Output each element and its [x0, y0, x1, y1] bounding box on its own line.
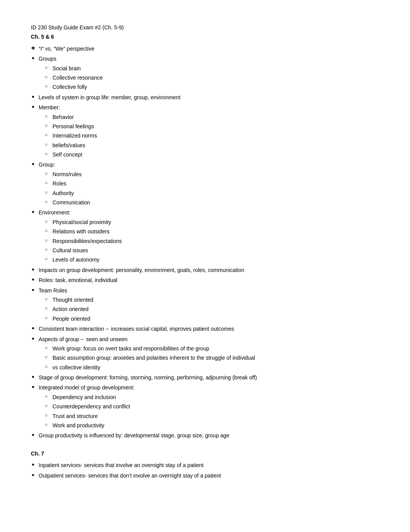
list-item: Social brain — [53, 64, 379, 73]
list-item-text: Groups — [39, 56, 56, 62]
list-item: GroupsSocial brainCollective resonanceCo… — [39, 54, 379, 92]
chapter-heading-0: Ch. 5 & 6 — [31, 32, 379, 41]
list-item-text: Group: — [39, 161, 55, 168]
list-item-text: “I” vs. “We” perspective — [39, 46, 94, 52]
chapter-heading-1: Ch. 7 — [31, 449, 379, 458]
list-item-text: Environment: — [39, 209, 70, 216]
list-item: Work and productivity — [53, 421, 379, 430]
sublist: Norms/rulesRolesAuthorityCommunication — [39, 170, 379, 207]
sublist: Work group: focus on overt tasks and res… — [39, 344, 379, 372]
list-item: Personal feelings — [53, 122, 379, 131]
list-item: vs collective identity — [53, 363, 379, 372]
list-item: Authority — [53, 189, 379, 197]
chapter-list-0: “I” vs. “We” perspectiveGroupsSocial bra… — [31, 44, 379, 440]
list-item: Work group: focus on overt tasks and res… — [53, 344, 379, 353]
list-item: Member:BehaviorPersonal feelingsInternal… — [39, 103, 379, 159]
chapter-list-1: Inpatient services- services that involv… — [31, 461, 379, 480]
list-item: Communication — [53, 198, 379, 207]
list-item: Responsibilities/expectations — [53, 237, 379, 245]
list-item: Collective resonance — [53, 73, 379, 82]
list-item: Basic assumption group: anxieties and po… — [53, 354, 379, 362]
list-item-text: Member: — [39, 104, 60, 110]
list-item-text: Inpatient services- services that involv… — [39, 462, 203, 468]
list-item: Inpatient services- services that involv… — [39, 461, 379, 469]
list-item: People oriented — [53, 314, 379, 323]
sublist: Social brainCollective resonanceCollecti… — [39, 64, 379, 92]
list-item: “I” vs. “We” perspective — [39, 44, 379, 53]
sublist: Dependency and inclusionCounterdependenc… — [39, 393, 379, 430]
list-item: Collective folly — [53, 83, 379, 91]
list-item: Aspects of group→ seen and unseenWork gr… — [39, 335, 379, 372]
list-item: Physical/social proximity — [53, 218, 379, 226]
list-item: Environment:Physical/social proximityRel… — [39, 208, 379, 264]
list-item: Action oriented — [53, 305, 379, 313]
list-item: Norms/rules — [53, 170, 379, 178]
list-item: Counterdependency and conflict — [53, 402, 379, 411]
sublist: Thought orientedAction orientedPeople or… — [39, 296, 379, 323]
list-item-text: Consistent team interaction→ increases s… — [39, 326, 234, 332]
list-item-text: Team Roles — [39, 287, 67, 294]
list-item: Outpatient services- services that don’t… — [39, 471, 379, 480]
list-item-text: Levels of system in group life: member, … — [39, 94, 180, 100]
list-item-text: Integrated model of group development: — [39, 384, 134, 391]
list-item: Levels of system in group life: member, … — [39, 93, 379, 102]
list-item-text: Roles: task, emotional, individual — [39, 277, 117, 283]
list-item: beliefs/values — [53, 141, 379, 150]
page-title: ID 230 Study Guide Exam #2 (Ch. 5-9) — [31, 23, 379, 32]
list-item: Team RolesThought orientedAction oriente… — [39, 286, 379, 323]
list-item: Thought oriented — [53, 296, 379, 304]
list-item-text: Outpatient services- services that don’t… — [39, 473, 221, 479]
list-item: Group:Norms/rulesRolesAuthorityCommunica… — [39, 160, 379, 207]
list-item: Relations with outsiders — [53, 227, 379, 236]
list-item: Roles — [53, 179, 379, 188]
list-item-text: Group productivity is influenced by: dev… — [39, 432, 229, 439]
list-item: Consistent team interaction→ increases s… — [39, 325, 379, 333]
list-item-text: Impacts on group development: personalit… — [39, 267, 244, 273]
sublist: Physical/social proximityRelations with … — [39, 218, 379, 264]
list-item: Integrated model of group development:De… — [39, 383, 379, 430]
list-item: Internalized norms — [53, 131, 379, 140]
list-item: Group productivity is influenced by: dev… — [39, 431, 379, 440]
list-item-text: Stage of group development: forming, sto… — [39, 374, 257, 381]
list-item: Dependency and inclusion — [53, 393, 379, 401]
chapter-section-0: Ch. 5 & 6“I” vs. “We” perspectiveGroupsS… — [31, 32, 379, 440]
list-item: Levels of autonomy — [53, 255, 379, 264]
sublist: BehaviorPersonal feelingsInternalized no… — [39, 113, 379, 159]
list-item: Impacts on group development: personalit… — [39, 266, 379, 274]
list-item-text: Aspects of group→ seen and unseen — [39, 336, 127, 342]
list-item: Stage of group development: forming, sto… — [39, 373, 379, 382]
list-item: Cultural issues — [53, 246, 379, 255]
list-item: Trust and structure — [53, 412, 379, 420]
list-item: Roles: task, emotional, individual — [39, 276, 379, 284]
list-item: Behavior — [53, 113, 379, 121]
list-item: Self concept — [53, 150, 379, 159]
chapter-section-1: Ch. 7Inpatient services- services that i… — [31, 449, 379, 480]
